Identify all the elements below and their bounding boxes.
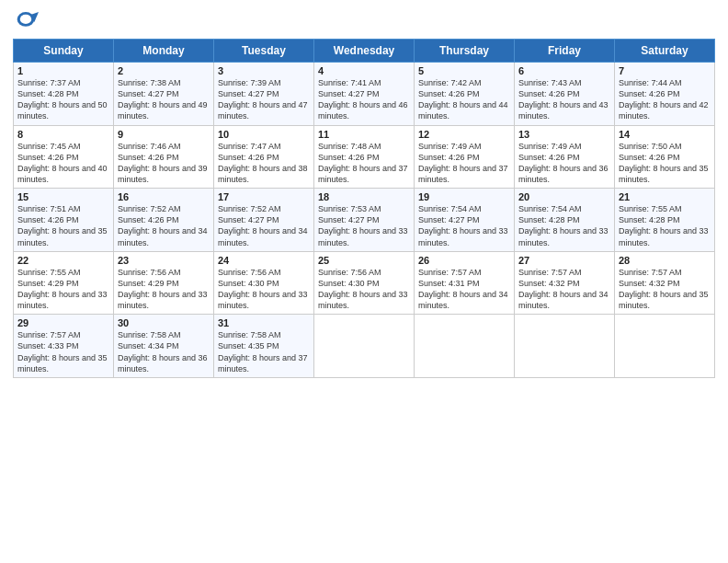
day-number: 9 xyxy=(118,129,210,140)
day-cell: 6Sunrise: 7:43 AMSunset: 4:26 PMDaylight… xyxy=(515,63,615,126)
day-number: 16 xyxy=(118,191,210,202)
logo-icon xyxy=(13,9,39,35)
day-number: 5 xyxy=(418,65,510,76)
day-cell: 22Sunrise: 7:55 AMSunset: 4:29 PMDayligh… xyxy=(14,251,114,315)
day-cell: 24Sunrise: 7:56 AMSunset: 4:30 PMDayligh… xyxy=(214,251,314,315)
day-info: Sunrise: 7:51 AMSunset: 4:26 PMDaylight:… xyxy=(17,203,109,248)
day-cell: 19Sunrise: 7:54 AMSunset: 4:27 PMDayligh… xyxy=(415,189,515,252)
day-cell: 12Sunrise: 7:49 AMSunset: 4:26 PMDayligh… xyxy=(415,125,515,189)
day-info: Sunrise: 7:58 AMSunset: 4:35 PMDaylight:… xyxy=(218,329,310,374)
day-info: Sunrise: 7:37 AMSunset: 4:28 PMDaylight:… xyxy=(17,77,109,122)
day-cell: 18Sunrise: 7:53 AMSunset: 4:27 PMDayligh… xyxy=(314,189,415,252)
day-info: Sunrise: 7:46 AMSunset: 4:26 PMDaylight:… xyxy=(118,141,210,186)
day-cell: 30Sunrise: 7:58 AMSunset: 4:34 PMDayligh… xyxy=(114,315,214,378)
column-header-tuesday: Tuesday xyxy=(214,40,314,63)
day-number: 21 xyxy=(619,191,711,202)
day-cell xyxy=(515,315,615,378)
day-number: 26 xyxy=(418,255,510,266)
week-row-1: 1Sunrise: 7:37 AMSunset: 4:28 PMDaylight… xyxy=(14,63,715,126)
column-header-monday: Monday xyxy=(114,40,214,63)
day-number: 12 xyxy=(418,129,510,140)
column-header-thursday: Thursday xyxy=(415,40,515,63)
day-number: 13 xyxy=(518,129,610,140)
day-number: 15 xyxy=(17,191,109,202)
week-row-4: 22Sunrise: 7:55 AMSunset: 4:29 PMDayligh… xyxy=(14,251,715,315)
day-cell: 25Sunrise: 7:56 AMSunset: 4:30 PMDayligh… xyxy=(314,251,415,315)
week-row-3: 15Sunrise: 7:51 AMSunset: 4:26 PMDayligh… xyxy=(14,189,715,252)
day-cell: 20Sunrise: 7:54 AMSunset: 4:28 PMDayligh… xyxy=(515,189,615,252)
day-number: 14 xyxy=(619,129,711,140)
day-info: Sunrise: 7:57 AMSunset: 4:33 PMDaylight:… xyxy=(17,329,109,374)
day-number: 27 xyxy=(518,255,610,266)
week-row-5: 29Sunrise: 7:57 AMSunset: 4:33 PMDayligh… xyxy=(14,315,715,378)
day-number: 22 xyxy=(17,255,109,266)
column-header-saturday: Saturday xyxy=(615,40,715,63)
day-number: 17 xyxy=(218,191,310,202)
day-info: Sunrise: 7:56 AMSunset: 4:29 PMDaylight:… xyxy=(118,267,210,312)
calendar-table: SundayMondayTuesdayWednesdayThursdayFrid… xyxy=(13,39,715,378)
day-info: Sunrise: 7:50 AMSunset: 4:26 PMDaylight:… xyxy=(619,141,711,186)
day-info: Sunrise: 7:54 AMSunset: 4:28 PMDaylight:… xyxy=(518,203,610,248)
day-cell: 7Sunrise: 7:44 AMSunset: 4:26 PMDaylight… xyxy=(615,63,715,126)
day-info: Sunrise: 7:57 AMSunset: 4:32 PMDaylight:… xyxy=(518,267,610,312)
day-cell: 17Sunrise: 7:52 AMSunset: 4:27 PMDayligh… xyxy=(214,189,314,252)
day-number: 8 xyxy=(17,129,109,140)
day-cell: 27Sunrise: 7:57 AMSunset: 4:32 PMDayligh… xyxy=(515,251,615,315)
day-number: 29 xyxy=(17,317,109,328)
column-header-wednesday: Wednesday xyxy=(314,40,415,63)
column-header-sunday: Sunday xyxy=(14,40,114,63)
day-cell: 26Sunrise: 7:57 AMSunset: 4:31 PMDayligh… xyxy=(415,251,515,315)
day-cell: 29Sunrise: 7:57 AMSunset: 4:33 PMDayligh… xyxy=(14,315,114,378)
page-container: SundayMondayTuesdayWednesdayThursdayFrid… xyxy=(0,0,728,385)
day-cell xyxy=(415,315,515,378)
day-cell: 23Sunrise: 7:56 AMSunset: 4:29 PMDayligh… xyxy=(114,251,214,315)
day-cell: 9Sunrise: 7:46 AMSunset: 4:26 PMDaylight… xyxy=(114,125,214,189)
day-number: 6 xyxy=(518,65,610,76)
calendar-body: 1Sunrise: 7:37 AMSunset: 4:28 PMDaylight… xyxy=(14,63,715,378)
day-cell xyxy=(615,315,715,378)
day-cell: 14Sunrise: 7:50 AMSunset: 4:26 PMDayligh… xyxy=(615,125,715,189)
day-info: Sunrise: 7:56 AMSunset: 4:30 PMDaylight:… xyxy=(218,267,310,312)
day-info: Sunrise: 7:52 AMSunset: 4:27 PMDaylight:… xyxy=(218,203,310,248)
day-number: 4 xyxy=(318,65,410,76)
day-number: 19 xyxy=(418,191,510,202)
day-number: 11 xyxy=(318,129,410,140)
day-number: 25 xyxy=(318,255,410,266)
day-info: Sunrise: 7:56 AMSunset: 4:30 PMDaylight:… xyxy=(318,267,410,312)
day-number: 2 xyxy=(118,65,210,76)
day-info: Sunrise: 7:39 AMSunset: 4:27 PMDaylight:… xyxy=(218,77,310,122)
day-info: Sunrise: 7:45 AMSunset: 4:26 PMDaylight:… xyxy=(17,141,109,186)
day-number: 24 xyxy=(218,255,310,266)
day-info: Sunrise: 7:42 AMSunset: 4:26 PMDaylight:… xyxy=(418,77,510,122)
day-number: 7 xyxy=(619,65,711,76)
day-info: Sunrise: 7:53 AMSunset: 4:27 PMDaylight:… xyxy=(318,203,410,248)
day-info: Sunrise: 7:44 AMSunset: 4:26 PMDaylight:… xyxy=(619,77,711,122)
day-number: 20 xyxy=(518,191,610,202)
day-cell: 2Sunrise: 7:38 AMSunset: 4:27 PMDaylight… xyxy=(114,63,214,126)
day-info: Sunrise: 7:57 AMSunset: 4:31 PMDaylight:… xyxy=(418,267,510,312)
day-info: Sunrise: 7:38 AMSunset: 4:27 PMDaylight:… xyxy=(118,77,210,122)
day-cell: 21Sunrise: 7:55 AMSunset: 4:28 PMDayligh… xyxy=(615,189,715,252)
day-info: Sunrise: 7:55 AMSunset: 4:28 PMDaylight:… xyxy=(619,203,711,248)
day-info: Sunrise: 7:49 AMSunset: 4:26 PMDaylight:… xyxy=(518,141,610,186)
calendar-header: SundayMondayTuesdayWednesdayThursdayFrid… xyxy=(14,40,715,63)
day-info: Sunrise: 7:58 AMSunset: 4:34 PMDaylight:… xyxy=(118,329,210,374)
day-number: 30 xyxy=(118,317,210,328)
day-number: 10 xyxy=(218,129,310,140)
day-info: Sunrise: 7:41 AMSunset: 4:27 PMDaylight:… xyxy=(318,77,410,122)
day-number: 31 xyxy=(218,317,310,328)
day-info: Sunrise: 7:57 AMSunset: 4:32 PMDaylight:… xyxy=(619,267,711,312)
day-cell: 3Sunrise: 7:39 AMSunset: 4:27 PMDaylight… xyxy=(214,63,314,126)
day-cell: 16Sunrise: 7:52 AMSunset: 4:26 PMDayligh… xyxy=(114,189,214,252)
day-number: 23 xyxy=(118,255,210,266)
svg-point-1 xyxy=(20,15,31,24)
day-cell: 28Sunrise: 7:57 AMSunset: 4:32 PMDayligh… xyxy=(615,251,715,315)
day-info: Sunrise: 7:54 AMSunset: 4:27 PMDaylight:… xyxy=(418,203,510,248)
day-cell: 13Sunrise: 7:49 AMSunset: 4:26 PMDayligh… xyxy=(515,125,615,189)
day-info: Sunrise: 7:43 AMSunset: 4:26 PMDaylight:… xyxy=(518,77,610,122)
header xyxy=(13,9,715,35)
header-row: SundayMondayTuesdayWednesdayThursdayFrid… xyxy=(14,40,715,63)
day-cell: 15Sunrise: 7:51 AMSunset: 4:26 PMDayligh… xyxy=(14,189,114,252)
day-number: 18 xyxy=(318,191,410,202)
day-cell: 11Sunrise: 7:48 AMSunset: 4:26 PMDayligh… xyxy=(314,125,415,189)
